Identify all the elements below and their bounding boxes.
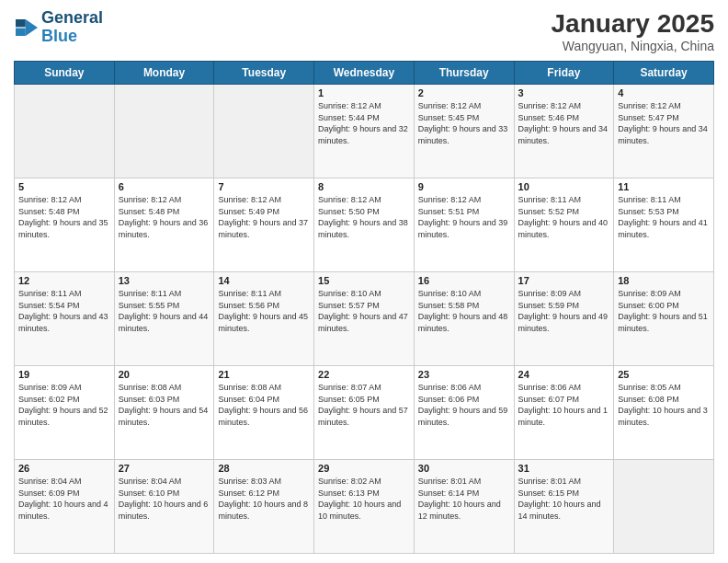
day-number: 25 (618, 369, 710, 380)
calendar-cell: 27Sunrise: 8:04 AM Sunset: 6:10 PM Dayli… (114, 460, 214, 554)
weekday-header-tuesday: Tuesday (214, 62, 314, 85)
calendar-cell: 6Sunrise: 8:12 AM Sunset: 5:48 PM Daylig… (114, 178, 214, 272)
day-info: Sunrise: 8:12 AM Sunset: 5:50 PM Dayligh… (318, 194, 410, 240)
calendar-cell: 5Sunrise: 8:12 AM Sunset: 5:48 PM Daylig… (15, 178, 115, 272)
day-info: Sunrise: 8:08 AM Sunset: 6:03 PM Dayligh… (119, 382, 210, 428)
day-info: Sunrise: 8:09 AM Sunset: 6:02 PM Dayligh… (18, 382, 110, 428)
day-number: 4 (618, 87, 710, 98)
day-info: Sunrise: 8:04 AM Sunset: 6:09 PM Dayligh… (18, 476, 110, 522)
day-number: 27 (119, 463, 210, 474)
day-number: 20 (119, 369, 210, 380)
svg-marker-2 (26, 19, 38, 36)
day-number: 22 (318, 369, 410, 380)
calendar-cell: 22Sunrise: 8:07 AM Sunset: 6:05 PM Dayli… (314, 366, 415, 460)
day-number: 26 (18, 463, 110, 474)
calendar-cell (15, 85, 115, 178)
day-info: Sunrise: 8:10 AM Sunset: 5:57 PM Dayligh… (318, 288, 410, 334)
calendar-cell: 18Sunrise: 8:09 AM Sunset: 6:00 PM Dayli… (614, 272, 714, 366)
calendar-table: SundayMondayTuesdayWednesdayThursdayFrid… (14, 61, 714, 554)
calendar-cell: 9Sunrise: 8:12 AM Sunset: 5:51 PM Daylig… (414, 178, 514, 272)
header: General Blue January 2025 Wangyuan, Ning… (14, 9, 714, 53)
calendar-title: January 2025 (552, 9, 714, 39)
calendar-cell: 23Sunrise: 8:06 AM Sunset: 6:06 PM Dayli… (414, 366, 514, 460)
day-info: Sunrise: 8:11 AM Sunset: 5:54 PM Dayligh… (18, 288, 110, 334)
calendar-cell: 20Sunrise: 8:08 AM Sunset: 6:03 PM Dayli… (114, 366, 214, 460)
day-info: Sunrise: 8:11 AM Sunset: 5:52 PM Dayligh… (518, 194, 610, 240)
day-info: Sunrise: 8:11 AM Sunset: 5:56 PM Dayligh… (218, 288, 310, 334)
day-info: Sunrise: 8:09 AM Sunset: 5:59 PM Dayligh… (518, 288, 610, 334)
calendar-cell: 28Sunrise: 8:03 AM Sunset: 6:12 PM Dayli… (214, 460, 314, 554)
calendar-cell: 21Sunrise: 8:08 AM Sunset: 6:04 PM Dayli… (214, 366, 314, 460)
calendar-cell: 7Sunrise: 8:12 AM Sunset: 5:49 PM Daylig… (214, 178, 314, 272)
day-number: 12 (18, 275, 110, 286)
day-number: 18 (618, 275, 710, 286)
day-number: 9 (418, 181, 510, 192)
day-number: 31 (518, 463, 610, 474)
day-number: 30 (418, 463, 510, 474)
day-info: Sunrise: 8:01 AM Sunset: 6:15 PM Dayligh… (518, 476, 610, 522)
day-number: 23 (418, 369, 510, 380)
day-number: 5 (18, 181, 110, 192)
title-area: January 2025 Wangyuan, Ningxia, China (552, 9, 714, 53)
calendar-cell: 12Sunrise: 8:11 AM Sunset: 5:54 PM Dayli… (15, 272, 115, 366)
logo: General Blue (14, 9, 103, 46)
calendar-subtitle: Wangyuan, Ningxia, China (552, 39, 714, 53)
logo-icon (16, 17, 38, 39)
day-number: 7 (218, 181, 310, 192)
calendar-cell: 17Sunrise: 8:09 AM Sunset: 5:59 PM Dayli… (514, 272, 614, 366)
day-number: 24 (518, 369, 610, 380)
calendar-cell: 15Sunrise: 8:10 AM Sunset: 5:57 PM Dayli… (314, 272, 415, 366)
weekday-header-friday: Friday (514, 62, 614, 85)
day-number: 16 (418, 275, 510, 286)
weekday-header-row: SundayMondayTuesdayWednesdayThursdayFrid… (15, 62, 714, 85)
calendar-cell: 25Sunrise: 8:05 AM Sunset: 6:08 PM Dayli… (614, 366, 714, 460)
calendar-cell: 3Sunrise: 8:12 AM Sunset: 5:46 PM Daylig… (514, 85, 614, 178)
calendar-week-row: 5Sunrise: 8:12 AM Sunset: 5:48 PM Daylig… (15, 178, 714, 272)
logo-text-line2: Blue (41, 28, 103, 46)
day-info: Sunrise: 8:11 AM Sunset: 5:53 PM Dayligh… (618, 194, 710, 240)
day-info: Sunrise: 8:03 AM Sunset: 6:12 PM Dayligh… (218, 476, 310, 522)
calendar-cell: 11Sunrise: 8:11 AM Sunset: 5:53 PM Dayli… (614, 178, 714, 272)
day-number: 3 (518, 87, 610, 98)
calendar-cell: 26Sunrise: 8:04 AM Sunset: 6:09 PM Dayli… (15, 460, 115, 554)
day-number: 11 (618, 181, 710, 192)
day-info: Sunrise: 8:02 AM Sunset: 6:13 PM Dayligh… (318, 476, 410, 522)
day-info: Sunrise: 8:01 AM Sunset: 6:14 PM Dayligh… (418, 476, 510, 522)
day-info: Sunrise: 8:05 AM Sunset: 6:08 PM Dayligh… (618, 382, 710, 428)
calendar-cell: 14Sunrise: 8:11 AM Sunset: 5:56 PM Dayli… (214, 272, 314, 366)
day-info: Sunrise: 8:12 AM Sunset: 5:47 PM Dayligh… (618, 100, 710, 146)
weekday-header-thursday: Thursday (414, 62, 514, 85)
day-info: Sunrise: 8:08 AM Sunset: 6:04 PM Dayligh… (218, 382, 310, 428)
weekday-header-monday: Monday (114, 62, 214, 85)
day-info: Sunrise: 8:06 AM Sunset: 6:07 PM Dayligh… (518, 382, 610, 428)
day-info: Sunrise: 8:12 AM Sunset: 5:48 PM Dayligh… (18, 194, 110, 240)
day-number: 13 (119, 275, 210, 286)
day-number: 21 (218, 369, 310, 380)
day-info: Sunrise: 8:09 AM Sunset: 6:00 PM Dayligh… (618, 288, 710, 334)
day-number: 2 (418, 87, 510, 98)
day-info: Sunrise: 8:07 AM Sunset: 6:05 PM Dayligh… (318, 382, 410, 428)
calendar-cell: 30Sunrise: 8:01 AM Sunset: 6:14 PM Dayli… (414, 460, 514, 554)
day-number: 29 (318, 463, 410, 474)
weekday-header-wednesday: Wednesday (314, 62, 415, 85)
calendar-week-row: 26Sunrise: 8:04 AM Sunset: 6:09 PM Dayli… (15, 460, 714, 554)
day-info: Sunrise: 8:12 AM Sunset: 5:45 PM Dayligh… (418, 100, 510, 146)
calendar-cell: 16Sunrise: 8:10 AM Sunset: 5:58 PM Dayli… (414, 272, 514, 366)
day-number: 6 (119, 181, 210, 192)
day-number: 10 (518, 181, 610, 192)
day-info: Sunrise: 8:04 AM Sunset: 6:10 PM Dayligh… (119, 476, 210, 522)
calendar-cell (214, 85, 314, 178)
calendar-cell: 10Sunrise: 8:11 AM Sunset: 5:52 PM Dayli… (514, 178, 614, 272)
page: General Blue January 2025 Wangyuan, Ning… (0, 0, 728, 563)
day-info: Sunrise: 8:12 AM Sunset: 5:49 PM Dayligh… (218, 194, 310, 240)
calendar-cell: 8Sunrise: 8:12 AM Sunset: 5:50 PM Daylig… (314, 178, 415, 272)
svg-rect-0 (16, 19, 26, 27)
day-info: Sunrise: 8:10 AM Sunset: 5:58 PM Dayligh… (418, 288, 510, 334)
calendar-cell: 1Sunrise: 8:12 AM Sunset: 5:44 PM Daylig… (314, 85, 415, 178)
calendar-week-row: 19Sunrise: 8:09 AM Sunset: 6:02 PM Dayli… (15, 366, 714, 460)
calendar-week-row: 1Sunrise: 8:12 AM Sunset: 5:44 PM Daylig… (15, 85, 714, 178)
calendar-cell: 19Sunrise: 8:09 AM Sunset: 6:02 PM Dayli… (15, 366, 115, 460)
day-info: Sunrise: 8:12 AM Sunset: 5:51 PM Dayligh… (418, 194, 510, 240)
calendar-cell (614, 460, 714, 554)
weekday-header-sunday: Sunday (15, 62, 115, 85)
